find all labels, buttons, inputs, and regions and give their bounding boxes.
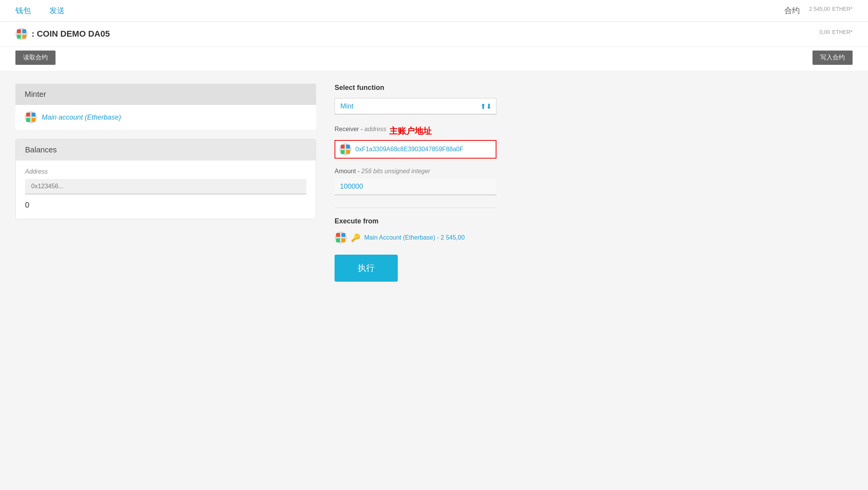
key-icon: 🔑: [351, 233, 360, 242]
select-function-label: Select function: [335, 84, 496, 92]
receiver-input-wrapper: [335, 140, 496, 159]
account-icon: [25, 111, 37, 123]
svg-rect-6: [26, 113, 30, 117]
svg-rect-8: [26, 118, 30, 122]
receiver-icon: [339, 143, 352, 155]
contract-name: : COIN DEMO DA05: [32, 29, 110, 39]
nav-right: 合约 2 545,00 ETHER*: [784, 5, 853, 16]
svg-rect-1: [17, 29, 21, 33]
write-contract-button[interactable]: 写入合约: [812, 51, 853, 65]
svg-rect-14: [346, 150, 350, 154]
nav-left: 钱包 发送: [15, 5, 65, 16]
contract-title: : COIN DEMO DA05: [15, 28, 110, 40]
svg-rect-12: [346, 145, 350, 149]
svg-rect-17: [341, 233, 345, 237]
minter-content: Main account (Etherbase): [15, 105, 316, 130]
nav-balance: 2 545,00 ETHER*: [809, 6, 853, 16]
svg-rect-2: [22, 29, 26, 33]
nav-send[interactable]: 发送: [49, 5, 65, 16]
main-content: Minter Main account (Etherbase) Balances…: [0, 71, 540, 294]
svg-rect-11: [341, 145, 345, 149]
account-link[interactable]: Main account (Etherbase): [42, 113, 121, 122]
svg-rect-16: [336, 233, 340, 237]
balance-value: 0: [25, 194, 306, 211]
right-panel: Select function Mint ⬆⬇ Receiver - addre…: [335, 84, 496, 282]
read-contract-button[interactable]: 读取合约: [15, 51, 56, 65]
svg-rect-13: [341, 150, 345, 154]
execute-from-icon: [335, 231, 347, 244]
address-label: Address: [25, 168, 306, 175]
svg-rect-19: [341, 238, 345, 242]
nav-contract-label: 合约: [784, 5, 800, 16]
nav-wallet[interactable]: 钱包: [15, 5, 31, 16]
balances-header: Balances: [16, 139, 316, 161]
amount-label: Amount - 256 bits unsigned integer: [335, 168, 496, 175]
balances-box: Balances Address 0: [15, 139, 316, 219]
address-input[interactable]: [25, 179, 306, 194]
top-nav: 钱包 发送 合约 2 545,00 ETHER*: [0, 0, 868, 22]
svg-rect-9: [32, 118, 35, 122]
receiver-annotation: 主账户地址: [389, 125, 432, 137]
minter-box: Minter Main account (Etherbase): [15, 84, 316, 130]
svg-rect-4: [22, 35, 26, 39]
svg-rect-7: [32, 113, 35, 117]
left-panel: Minter Main account (Etherbase) Balances…: [15, 84, 316, 282]
svg-rect-18: [336, 238, 340, 242]
svg-rect-3: [17, 35, 21, 39]
execute-from-text: Main Account (Etherbase) - 2 545,00: [364, 234, 465, 241]
function-select[interactable]: Mint: [335, 98, 496, 115]
amount-input[interactable]: [335, 179, 496, 195]
balances-content: Address 0: [16, 161, 316, 219]
receiver-input[interactable]: [355, 146, 492, 153]
execute-from-account: 🔑 Main Account (Etherbase) - 2 545,00: [335, 231, 496, 244]
contract-balance: 0,00 ETHER*: [819, 29, 853, 39]
contract-header: : COIN DEMO DA05 0,00 ETHER*: [0, 22, 868, 47]
contract-icon: [15, 28, 28, 40]
execute-button[interactable]: 执行: [335, 255, 398, 282]
function-select-wrapper: Mint ⬆⬇: [335, 98, 496, 115]
receiver-label: Receiver - address: [335, 126, 386, 133]
contract-buttons-row: 读取合约 写入合约: [0, 47, 868, 71]
minter-header: Minter: [15, 84, 316, 105]
execute-from-label: Execute from: [335, 217, 496, 225]
divider: [335, 208, 496, 208]
